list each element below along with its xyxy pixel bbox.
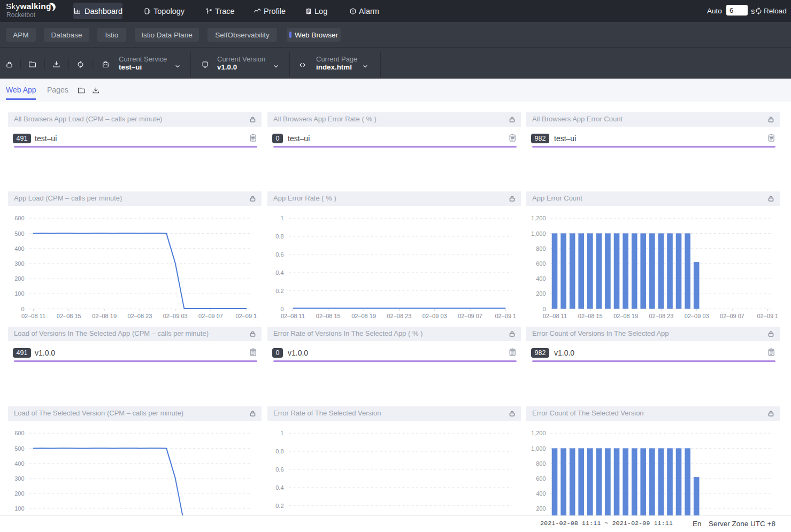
svg-text:0.6: 0.6	[275, 466, 283, 473]
svg-text:02–08 15: 02–08 15	[57, 313, 81, 319]
svg-text:02–09 07: 02–09 07	[198, 313, 223, 319]
svg-text:0.6: 0.6	[275, 251, 283, 258]
svg-text:200: 200	[536, 505, 546, 512]
svg-text:02–09 1: 02–09 1	[495, 313, 516, 319]
svg-text:0.4: 0.4	[275, 484, 283, 491]
svg-text:600: 600	[14, 215, 24, 221]
svg-text:02–09 07: 02–09 07	[458, 313, 482, 319]
svg-text:02–09 1: 02–09 1	[235, 313, 257, 319]
svg-text:600: 600	[536, 475, 546, 482]
svg-text:1,200: 1,200	[531, 215, 546, 221]
svg-text:02–08 11: 02–08 11	[281, 313, 305, 319]
svg-text:02–09 07: 02–09 07	[720, 313, 744, 319]
svg-text:300: 300	[14, 475, 24, 482]
svg-text:100: 100	[14, 505, 24, 512]
svg-text:02–08 11: 02–08 11	[543, 313, 567, 319]
svg-text:0: 0	[21, 306, 24, 312]
svg-text:0: 0	[280, 306, 283, 312]
svg-text:400: 400	[14, 245, 24, 252]
svg-text:600: 600	[14, 430, 24, 436]
svg-text:02–09 03: 02–09 03	[685, 313, 709, 319]
svg-text:0.8: 0.8	[275, 233, 283, 240]
svg-text:0.4: 0.4	[275, 269, 283, 276]
svg-text:02–08 15: 02–08 15	[316, 313, 341, 319]
svg-text:200: 200	[536, 290, 546, 297]
svg-text:02–08 19: 02–08 19	[613, 313, 638, 319]
svg-text:200: 200	[14, 490, 24, 497]
svg-text:400: 400	[14, 460, 24, 467]
svg-text:02–09 1: 02–09 1	[757, 313, 778, 319]
svg-text:02–08 23: 02–08 23	[387, 313, 411, 319]
svg-text:500: 500	[14, 445, 24, 452]
svg-text:0.2: 0.2	[275, 503, 283, 509]
svg-text:02–08 15: 02–08 15	[578, 313, 603, 319]
svg-text:02–09 03: 02–09 03	[423, 313, 447, 319]
svg-text:1,200: 1,200	[531, 430, 546, 436]
svg-text:600: 600	[536, 260, 546, 267]
svg-text:0: 0	[542, 306, 546, 312]
svg-text:500: 500	[14, 230, 24, 237]
svg-text:02–08 23: 02–08 23	[127, 313, 152, 319]
svg-text:1: 1	[280, 430, 283, 436]
svg-text:300: 300	[14, 260, 24, 267]
svg-text:200: 200	[14, 275, 24, 282]
svg-text:02–08 19: 02–08 19	[92, 313, 117, 319]
svg-text:02–09 03: 02–09 03	[163, 313, 188, 319]
svg-text:02–08 19: 02–08 19	[351, 313, 376, 319]
svg-text:02–08 11: 02–08 11	[21, 313, 45, 319]
svg-text:1: 1	[280, 215, 283, 221]
svg-text:800: 800	[536, 245, 546, 252]
svg-text:02–08 23: 02–08 23	[649, 313, 673, 319]
svg-text:0.2: 0.2	[275, 288, 283, 294]
svg-text:800: 800	[536, 460, 546, 467]
svg-text:100: 100	[14, 290, 24, 297]
svg-text:400: 400	[536, 275, 546, 282]
svg-text:0.8: 0.8	[275, 448, 283, 454]
svg-text:1,000: 1,000	[531, 230, 546, 237]
svg-text:400: 400	[536, 490, 546, 497]
svg-text:1,000: 1,000	[531, 445, 546, 452]
